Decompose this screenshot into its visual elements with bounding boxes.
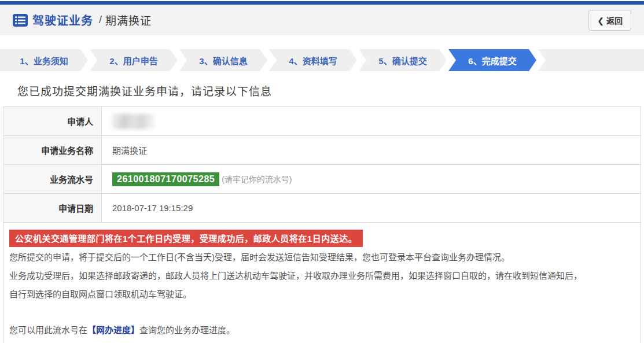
step-3-confirm-info: 3、确认信息 [179, 49, 267, 71]
back-button-label: 返回 [606, 16, 623, 25]
business-name-value: 期满换证 [102, 136, 641, 165]
apply-date-label: 申请日期 [3, 194, 102, 223]
serial-number-note: (请牢记你的流水号) [222, 175, 292, 184]
applicant-label: 申请人 [3, 107, 102, 136]
step-wizard: 1、业务须知 2、用户申告 3、确认信息 4、资料填写 5、确认提交 6、完成提… [0, 49, 644, 71]
main-content: 您已成功提交期满换证业务申请，请记录以下信息 申请人 申请业务名称 期满换证 业… [0, 83, 644, 343]
application-info-table: 申请人 申请业务名称 期满换证 业务流水号 261001807170075285… [3, 106, 641, 223]
step-bar-filler [538, 49, 644, 71]
notice-box: 公安机关交通管理部门将在1个工作日内受理，受理成功后，邮政人员将在1日内送达。 … [3, 222, 641, 343]
applicant-redacted-blur [112, 114, 154, 129]
online-progress-link[interactable]: 【网办进度】 [87, 325, 139, 335]
step-6-complete-submit: 6、完成提交 [448, 49, 536, 71]
business-name-label: 申请业务名称 [3, 136, 102, 165]
step-1-business-notice: 1、业务须知 [0, 49, 88, 71]
table-row-serial-number: 业务流水号 261001807170075285(请牢记你的流水号) [3, 165, 641, 194]
step-2-user-declaration: 2、用户申告 [90, 49, 178, 71]
chevron-left-icon: ❮ [597, 16, 604, 25]
applicant-value [102, 107, 641, 136]
serial-number-label: 业务流水号 [3, 165, 102, 194]
query-prefix: 您可以用此流水号在 [9, 325, 87, 335]
title-separator: / [99, 14, 102, 26]
table-row-business-name: 申请业务名称 期满换证 [3, 136, 641, 165]
table-row-applicant: 申请人 [3, 107, 641, 136]
apply-date-value: 2018-07-17 19:15:29 [102, 194, 641, 223]
success-message: 您已成功提交期满换证业务申请，请记录以下信息 [17, 83, 641, 98]
notice-paragraph: 业务成功受理后，如果选择邮政寄递的，邮政人员将上门送达机动车驾驶证，并收取办理业… [9, 268, 635, 284]
page-subtitle: 期满换证 [105, 12, 152, 28]
page-title: 驾驶证业务 [32, 12, 93, 28]
notice-paragraph: 您所提交的申请，将于提交后的一个工作日(不含当天)受理，届时会发送短信告知受理结… [9, 249, 635, 265]
query-suffix: 查询您的业务办理进度。 [139, 325, 235, 335]
alert-banner: 公安机关交通管理部门将在1个工作日内受理，受理成功后，邮政人员将在1日内送达。 [9, 230, 363, 247]
back-button[interactable]: ❮返回 [588, 10, 631, 31]
notice-paragraph: 自行到选择的自取网点窗口领取机动车驾驶证。 [9, 286, 635, 303]
page-header: 驾驶证业务 / 期满换证 ❮返回 [0, 5, 644, 35]
step-4-fill-data: 4、资料填写 [269, 49, 357, 71]
serial-number-badge: 261001807170075285 [112, 172, 219, 186]
table-row-apply-date: 申请日期 2018-07-17 19:15:29 [3, 194, 641, 223]
list-icon [13, 14, 28, 27]
step-5-confirm-submit: 5、确认提交 [359, 49, 447, 71]
query-progress-line: 您可以用此流水号在【网办进度】查询您的业务办理进度。 [9, 322, 635, 338]
serial-number-value: 261001807170075285(请牢记你的流水号) [102, 165, 641, 194]
